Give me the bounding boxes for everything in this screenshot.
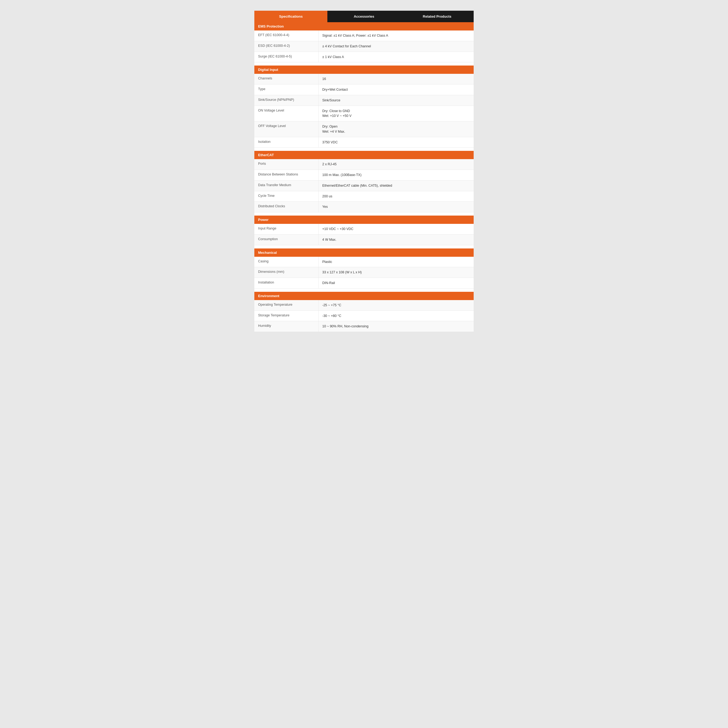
spec-label: Sink/Source (NPN/PNP) <box>254 95 318 106</box>
spec-value: 2 x RJ-45 <box>318 159 474 170</box>
table-row: Input Range+10 VDC ~ +30 VDC <box>254 224 474 234</box>
table-row: Distributed ClocksYes <box>254 202 474 213</box>
spec-value: Dry: OpenWet: +4 V Max. <box>318 121 474 137</box>
spec-value: 200 us <box>318 191 474 202</box>
spec-value: DIN-Rail <box>318 278 474 288</box>
table-row: Operating Temperature-25 ~ +75 °C <box>254 300 474 311</box>
spec-label: ESD (IEC 61000-4-2) <box>254 41 318 52</box>
section-header-mechanical: Mechanical <box>254 248 474 257</box>
spec-label: Operating Temperature <box>254 300 318 310</box>
spec-value: 10 ~ 90% RH, Non-condensing <box>318 321 474 332</box>
spec-value: 4 W Max. <box>318 234 474 245</box>
spec-content: EMS ProtectionEFT (IEC 61000-4-4)Signal:… <box>254 22 474 332</box>
section-header-power: Power <box>254 216 474 224</box>
spec-label: Distributed Clocks <box>254 202 318 212</box>
table-row: Dimensions (mm)33 x 127 x 108 (W x L x H… <box>254 267 474 278</box>
main-container: Specifications Accessories Related Produ… <box>254 11 474 332</box>
table-row: Channels16 <box>254 74 474 84</box>
spec-label: Data Transfer Medium <box>254 180 318 191</box>
tab-related-products[interactable]: Related Products <box>401 11 474 22</box>
table-row: Distance Between Stations100 m Max. (100… <box>254 170 474 180</box>
section-header-ems-protection: EMS Protection <box>254 22 474 31</box>
spec-label: Installation <box>254 278 318 288</box>
spec-label: Input Range <box>254 224 318 234</box>
spec-label: Consumption <box>254 234 318 245</box>
table-row: Cycle Time200 us <box>254 191 474 202</box>
spec-label: OFF Voltage Level <box>254 121 318 137</box>
spec-value: ± 4 kV Contact for Each Channel <box>318 41 474 52</box>
spec-label: Storage Temperature <box>254 311 318 321</box>
spec-value: 3750 VDC <box>318 137 474 148</box>
table-row: ON Voltage LevelDry: Close to GNDWet: +1… <box>254 106 474 122</box>
tab-accessories[interactable]: Accessories <box>327 11 401 22</box>
table-row: Surge (IEC 61000-4-5)± 1 kV Class A <box>254 52 474 63</box>
spec-value: Signal: ±1 kV Class A; Power: ±1 kV Clas… <box>318 31 474 41</box>
spec-value: Sink/Source <box>318 95 474 106</box>
spec-label: EFT (IEC 61000-4-4) <box>254 31 318 41</box>
spec-label: Type <box>254 84 318 95</box>
spec-label: Isolation <box>254 137 318 148</box>
spec-value: 33 x 127 x 108 (W x L x H) <box>318 267 474 278</box>
spec-value: Yes <box>318 202 474 212</box>
spec-label: Channels <box>254 74 318 84</box>
spec-label: Ports <box>254 159 318 170</box>
table-row: Ports2 x RJ-45 <box>254 159 474 170</box>
table-row: Humidity10 ~ 90% RH, Non-condensing <box>254 321 474 332</box>
spec-label: Distance Between Stations <box>254 170 318 180</box>
spec-label: Casing <box>254 257 318 267</box>
spec-value: 16 <box>318 74 474 84</box>
table-row: InstallationDIN-Rail <box>254 278 474 289</box>
spec-value: Dry: Close to GNDWet: +10 V ~ +50 V <box>318 106 474 121</box>
table-row: Consumption4 W Max. <box>254 234 474 245</box>
spec-value: -25 ~ +75 °C <box>318 300 474 310</box>
section-header-ethercat: EtherCAT <box>254 151 474 159</box>
spec-value: Dry+Wet Contact <box>318 84 474 95</box>
spec-value: -30 ~ +80 °C <box>318 311 474 321</box>
spec-label: ON Voltage Level <box>254 106 318 121</box>
spec-value: ± 1 kV Class A <box>318 52 474 62</box>
tab-bar: Specifications Accessories Related Produ… <box>254 11 474 22</box>
spec-label: Surge (IEC 61000-4-5) <box>254 52 318 62</box>
table-row: CasingPlastic <box>254 257 474 268</box>
table-row: EFT (IEC 61000-4-4)Signal: ±1 kV Class A… <box>254 31 474 41</box>
spec-label: Cycle Time <box>254 191 318 202</box>
tab-specifications[interactable]: Specifications <box>254 11 327 22</box>
table-row: Sink/Source (NPN/PNP)Sink/Source <box>254 95 474 106</box>
spec-value: Plastic <box>318 257 474 267</box>
spec-value: 100 m Max. (100Base-TX) <box>318 170 474 180</box>
section-header-environment: Environment <box>254 292 474 300</box>
table-row: Isolation3750 VDC <box>254 137 474 148</box>
spec-label: Dimensions (mm) <box>254 267 318 278</box>
spec-value: +10 VDC ~ +30 VDC <box>318 224 474 234</box>
table-row: TypeDry+Wet Contact <box>254 84 474 95</box>
spec-value: Ethernet/EtherCAT cable (Min. CAT5), shi… <box>318 180 474 191</box>
spec-label: Humidity <box>254 321 318 332</box>
section-header-digital-input: Digital Input <box>254 66 474 74</box>
table-row: Storage Temperature-30 ~ +80 °C <box>254 311 474 321</box>
table-row: Data Transfer MediumEthernet/EtherCAT ca… <box>254 180 474 191</box>
table-row: OFF Voltage LevelDry: OpenWet: +4 V Max. <box>254 121 474 137</box>
table-row: ESD (IEC 61000-4-2)± 4 kV Contact for Ea… <box>254 41 474 52</box>
